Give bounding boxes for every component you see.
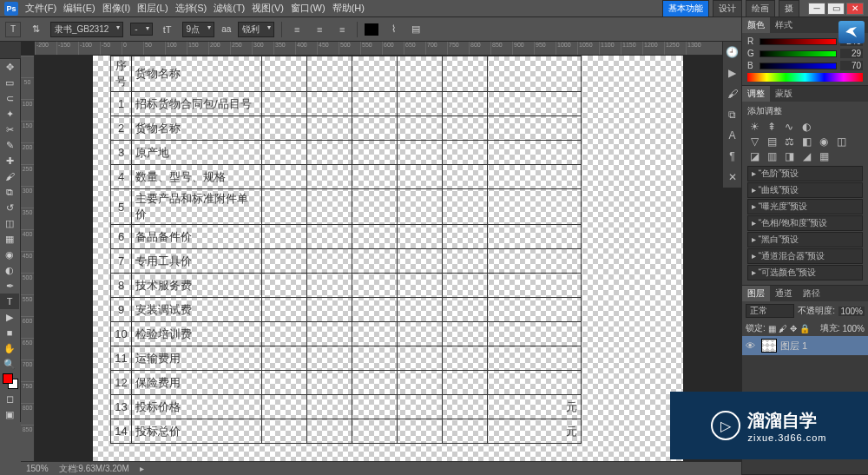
align-center-icon[interactable]: ≡ [312, 22, 327, 37]
window-minimize[interactable]: ─ [808, 3, 825, 15]
wand-tool[interactable]: ✦ [0, 106, 19, 122]
char-panel-icon2[interactable]: A [723, 125, 741, 146]
doc-info[interactable]: 文档:9.63M/3.20M [59, 463, 129, 475]
adj-balance-icon[interactable]: ⚖ [782, 135, 796, 148]
adjustment-preset[interactable]: ▸ “色阶”预设 [747, 166, 863, 181]
layer-row[interactable]: 👁 图层 1 [742, 336, 868, 355]
menu-layer[interactable]: 图层(L) [137, 2, 168, 15]
adj-photo-icon[interactable]: ◉ [817, 135, 831, 148]
adj-hue-icon[interactable]: ▤ [765, 135, 779, 148]
opacity-value[interactable]: 100% [838, 307, 865, 316]
adj-selcolor-icon[interactable]: ▦ [817, 150, 831, 162]
g-value[interactable]: 29 [840, 49, 863, 58]
clone-panel-icon[interactable]: ⧉ [723, 104, 741, 125]
adj-exposure-icon[interactable]: ◐ [799, 121, 813, 133]
pen-tool[interactable]: ✒ [0, 278, 19, 294]
lock-trans-icon[interactable]: ▦ [768, 324, 776, 333]
tab-layers[interactable]: 图层 [742, 286, 770, 301]
actions-panel-icon[interactable]: ▶ [723, 63, 741, 83]
color-swatches[interactable] [3, 373, 18, 389]
adj-poster-icon[interactable]: ▥ [765, 150, 779, 162]
char-panel-icon[interactable]: ▤ [408, 22, 424, 37]
antialias-dropdown[interactable]: 锐利 [238, 22, 274, 37]
menu-window[interactable]: 窗口(W) [291, 2, 326, 15]
lasso-tool[interactable]: ⊂ [0, 90, 19, 106]
hand-tool[interactable]: ✋ [0, 340, 19, 356]
adj-invert-icon[interactable]: ◪ [747, 150, 761, 162]
fill-value[interactable]: 100% [842, 324, 865, 333]
align-left-icon[interactable]: ≡ [289, 22, 305, 37]
adjustment-preset[interactable]: ▸ “通道混合器”预设 [747, 248, 863, 264]
menu-file[interactable]: 文件(F) [25, 2, 56, 15]
move-tool[interactable]: ✥ [0, 59, 19, 75]
marquee-tool[interactable]: ▭ [0, 75, 19, 90]
text-orientation-icon[interactable]: ⇅ [28, 22, 43, 37]
lock-paint-icon[interactable]: 🖌 [779, 324, 787, 333]
blur-tool[interactable]: ◉ [0, 247, 19, 262]
adj-curves-icon[interactable]: ∿ [782, 121, 796, 133]
layer-thumbnail[interactable] [761, 339, 777, 353]
tab-color[interactable]: 颜色 [742, 17, 770, 33]
tab-adjustments[interactable]: 调整 [742, 86, 770, 102]
font-family-dropdown[interactable]: 隶书_GB2312 [50, 22, 123, 37]
adjustment-preset[interactable]: ▸ “色相/饱和度”预设 [747, 215, 863, 231]
nav-panel-icon[interactable]: ✕ [723, 167, 741, 188]
screen-mode-icon[interactable]: ▣ [0, 406, 19, 422]
window-close[interactable]: ✕ [846, 3, 864, 15]
brush-panel-icon[interactable]: 🖌 [723, 83, 741, 104]
b-value[interactable]: 70 [840, 61, 863, 70]
doc-info-chevron-icon[interactable]: ▸ [140, 464, 144, 473]
type-tool[interactable]: T [0, 294, 19, 309]
adjustment-preset[interactable]: ▸ “黑白”预设 [747, 232, 863, 247]
workspace-paint[interactable]: 绘画 [746, 0, 775, 17]
workspace-photo[interactable]: 摄 [779, 0, 799, 17]
adj-mixer-icon[interactable]: ◫ [834, 135, 848, 148]
tab-swatches[interactable]: 样式 [770, 17, 798, 33]
adj-vibrance-icon[interactable]: ▽ [747, 135, 761, 148]
adj-brightness-icon[interactable]: ☀ [747, 121, 761, 133]
gradient-tool[interactable]: ▦ [0, 231, 19, 247]
zoom-tool[interactable]: 🔍 [0, 356, 19, 372]
path-select-tool[interactable]: ▶ [0, 309, 19, 325]
font-style-dropdown[interactable]: - [130, 23, 152, 36]
menu-view[interactable]: 视图(V) [252, 2, 284, 15]
warp-text-icon[interactable]: ⌇ [385, 22, 401, 37]
tab-channels[interactable]: 通道 [770, 286, 798, 301]
menu-image[interactable]: 图像(I) [102, 2, 130, 15]
heal-tool[interactable]: ✚ [0, 153, 19, 168]
g-slider[interactable] [760, 50, 837, 57]
adjustment-preset[interactable]: ▸ “曲线”预设 [747, 182, 863, 198]
font-size-dropdown[interactable]: 9点 [182, 22, 215, 37]
quick-mask-icon[interactable]: ◻ [0, 391, 19, 406]
crop-tool[interactable]: ✂ [0, 122, 19, 137]
blend-mode-dropdown[interactable]: 正常 [746, 304, 794, 318]
dodge-tool[interactable]: ◐ [0, 262, 19, 278]
menu-select[interactable]: 选择(S) [175, 2, 207, 15]
para-panel-icon[interactable]: ¶ [723, 146, 741, 167]
tab-paths[interactable]: 路径 [798, 286, 825, 301]
menu-help[interactable]: 帮助(H) [332, 2, 365, 15]
adj-levels-icon[interactable]: ⇞ [765, 121, 779, 133]
adj-thresh-icon[interactable]: ◨ [782, 150, 796, 162]
canvas-viewport[interactable]: 序号货物名称1招标货物合同包/品目号2货物名称3原产地4数量、型号、规格5主要产… [35, 56, 741, 461]
zoom-level[interactable]: 150% [26, 464, 49, 473]
workspace-design[interactable]: 设计 [713, 0, 742, 17]
layer-name[interactable]: 图层 1 [780, 340, 807, 353]
adjustment-preset[interactable]: ▸ “可选颜色”预设 [747, 265, 863, 280]
align-right-icon[interactable]: ≡ [334, 22, 350, 37]
r-slider[interactable] [760, 38, 837, 45]
lock-all-icon[interactable]: 🔒 [799, 324, 810, 333]
workspace-essentials[interactable]: 基本功能 [662, 0, 709, 17]
menu-filter[interactable]: 滤镜(T) [214, 2, 245, 15]
tool-preset-icon[interactable]: T [5, 22, 21, 37]
eyedropper-tool[interactable]: ✎ [0, 137, 19, 153]
b-slider[interactable] [760, 63, 837, 69]
text-color-swatch[interactable] [365, 23, 378, 36]
color-ramp[interactable] [747, 73, 863, 82]
eraser-tool[interactable]: ◫ [0, 215, 19, 231]
lock-move-icon[interactable]: ✥ [790, 324, 797, 333]
stamp-tool[interactable]: ⧉ [0, 184, 19, 200]
menu-edit[interactable]: 编辑(E) [63, 2, 95, 15]
brush-tool[interactable]: 🖌 [0, 168, 19, 184]
eye-icon[interactable]: 👁 [746, 340, 758, 351]
